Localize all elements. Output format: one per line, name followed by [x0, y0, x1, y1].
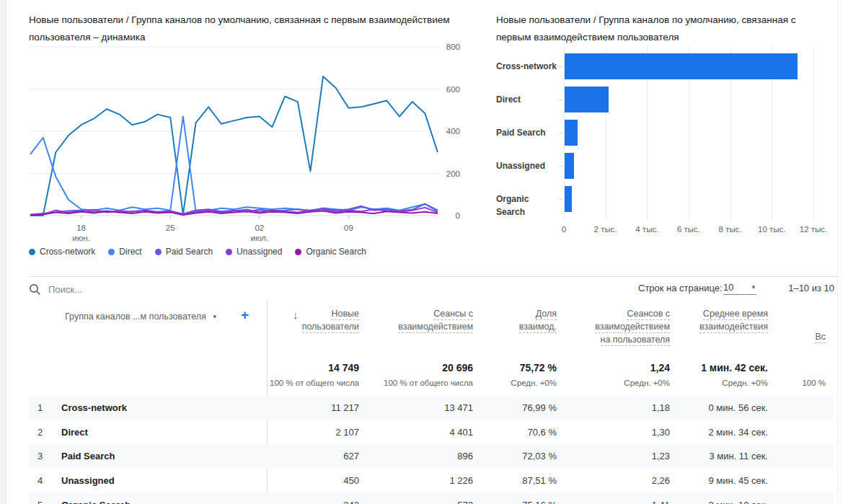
table-row[interactable]: 2Direct2 1074 40170,6 %1,302 мин. 34 сек… [29, 420, 834, 445]
totals-subtext: 100 % [802, 379, 826, 387]
bar-category-label: Organic Search [496, 193, 558, 218]
bar-cross-network [565, 53, 798, 79]
legend-label: Cross-network [40, 247, 95, 257]
search-icon [29, 283, 41, 296]
column-header-line: Среднее время [703, 309, 768, 320]
totals-value: 20 696 [442, 362, 473, 373]
table-row[interactable]: 3Paid Search62789672,03 %1,233 мин. 11 с… [29, 444, 834, 469]
row-metric-value: 87,51 % [522, 469, 557, 493]
column-header-line: взаимод. [519, 322, 557, 333]
search-input[interactable] [48, 284, 481, 295]
line-chart: 020040060080018июн.2502июл.09 [29, 43, 461, 252]
x-axis-tick-sublabel: июн. [72, 234, 90, 242]
legend-item-paid-search: Paid Search [155, 247, 213, 257]
legend-dot-icon [155, 249, 162, 255]
add-column-button[interactable]: + [241, 307, 249, 323]
x-axis-tick-label: 18 [76, 224, 86, 232]
row-metric-value: 1 226 [449, 469, 473, 493]
bar-x-axis-label: 4 тыс. [625, 225, 668, 234]
legend-item-organic-search: Organic Search [295, 247, 366, 257]
column-header[interactable]: Вс [815, 332, 826, 343]
legend-label: Direct [119, 247, 141, 257]
table-row[interactable]: 5Organic Search34257275,16 %1,413 мин. 1… [29, 492, 834, 504]
column-header[interactable]: Новыепользователи [302, 309, 359, 333]
bar-category-tick [559, 199, 563, 200]
y-axis-tick-label: 0 [456, 211, 460, 220]
dimension-column-header[interactable]: Группа каналов ...м пользователя ▼ [65, 311, 218, 322]
legend-dot-icon [295, 249, 301, 255]
x-axis-tick-sublabel: июл. [250, 234, 268, 242]
row-index: 1 [37, 396, 43, 420]
column-header-line: взаимодействием [398, 322, 473, 333]
row-metric-value: 9 мин. 45 сек. [708, 469, 768, 493]
bar-category-tick [559, 166, 563, 167]
table-row[interactable]: 1Cross-network11 21713 47176,99 %1,180 м… [29, 396, 834, 420]
bar-category-tick [559, 100, 563, 100]
row-metric-value: 3 мин. 11 сек. [709, 444, 768, 469]
column-header-line: Доля [536, 309, 557, 320]
bar-category-label: Paid Search [496, 126, 558, 139]
row-metric-value: 76,99 % [522, 396, 557, 420]
column-header[interactable]: Сеансы свзаимодействием [398, 309, 473, 333]
bar-x-axis-label: 12 тыс. [792, 225, 835, 234]
totals-value: 14 749 [328, 362, 359, 373]
row-metric-value: 11 217 [331, 396, 359, 420]
table-row[interactable]: 4Unassigned4501 22687,51 %2,269 мин. 45 … [29, 469, 834, 493]
row-dimension-name: Direct [61, 420, 88, 445]
rows-per-page-select[interactable]: 10 ▼ [723, 280, 756, 295]
row-metric-value: 896 [457, 444, 473, 469]
legend-item-cross-network: Cross-network [29, 247, 95, 257]
line-chart-title: Новые пользователи / Группа каналов по у… [29, 12, 461, 46]
row-metric-value: 70,6 % [528, 420, 557, 445]
row-dimension-name: Organic Search [61, 492, 131, 504]
row-metric-value: 4 401 [449, 420, 473, 445]
column-header-line: взаимодействием [595, 322, 670, 333]
column-header-line: на пользователя [601, 335, 670, 346]
column-header-line: Сеансов с [627, 309, 670, 320]
bar-x-axis-label: 6 тыс. [667, 225, 710, 234]
row-metric-value: 1,18 [652, 396, 670, 420]
dropdown-arrow-icon: ▼ [751, 284, 756, 291]
row-metric-value: 2,26 [652, 469, 670, 493]
dimension-dropdown-icon[interactable]: ▼ [212, 314, 218, 320]
row-metric-value: 75,16 % [522, 492, 557, 504]
legend-item-unassigned: Unassigned [226, 247, 282, 257]
totals-value: 1,24 [650, 362, 670, 373]
x-axis-tick-label: 09 [344, 224, 353, 232]
bar-category-tick [559, 133, 563, 133]
row-metric-value: 2 мин. 34 сек. [708, 420, 768, 445]
line-series-cross-network [30, 76, 438, 216]
sort-descending-icon[interactable]: ↓ [293, 309, 299, 321]
totals-subtext: Средн. +0% [722, 379, 768, 387]
x-axis-tick-label: 25 [166, 224, 175, 232]
totals-subtext: 100 % от общего числа [384, 379, 473, 387]
column-header[interactable]: Долявзаимод. [519, 309, 557, 333]
column-header-line: пользователи [302, 322, 359, 333]
bar-paid-search [565, 120, 578, 146]
bar-organic-search [565, 186, 572, 212]
row-metric-value: 627 [343, 444, 359, 469]
bar-x-axis-label: 2 тыс. [584, 225, 627, 234]
rows-per-page-value: 10 [723, 282, 733, 293]
row-metric-value: 450 [343, 469, 359, 493]
row-dimension-name: Unassigned [61, 469, 115, 493]
bar-category-label: Cross-network [496, 60, 558, 73]
bar-category-label: Unassigned [496, 159, 558, 172]
y-axis-tick-label: 800 [446, 43, 460, 51]
legend-label: Unassigned [237, 247, 282, 257]
column-header-line: Вс [815, 332, 826, 343]
row-metric-value: 1,23 [652, 444, 670, 469]
table-header-row: Группа каналов ...м пользователя ▼ + ↓ Н… [29, 301, 834, 359]
row-dimension-name: Cross-network [61, 396, 127, 420]
row-metric-value: 2 107 [335, 420, 359, 445]
legend-dot-icon [108, 249, 115, 255]
bar-category-label: Direct [496, 93, 558, 106]
line-series-direct [30, 117, 438, 212]
row-metric-value: 1,30 [652, 420, 670, 445]
column-header[interactable]: Среднее времявзаимодействия [699, 309, 768, 333]
line-chart-legend: Cross-networkDirectPaid SearchUnassigned… [29, 247, 366, 257]
row-metric-value: 342 [343, 492, 359, 504]
column-header-line: Новые [331, 309, 359, 320]
row-metric-value: 3 мин. 10 сек. [708, 492, 768, 504]
column-header[interactable]: Сеансов свзаимодействиемна пользователя [595, 309, 670, 346]
